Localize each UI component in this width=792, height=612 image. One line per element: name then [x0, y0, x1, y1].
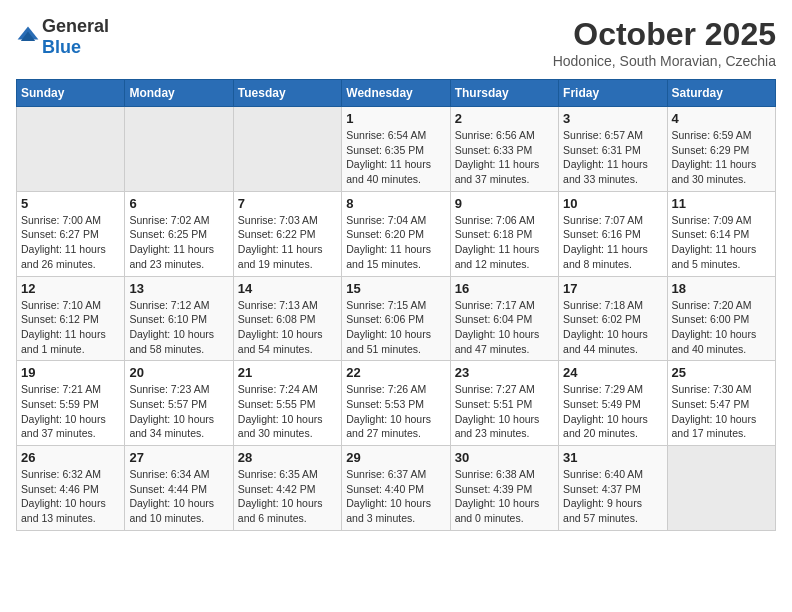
day-number: 15 — [346, 281, 445, 296]
day-info: Sunrise: 7:29 AM Sunset: 5:49 PM Dayligh… — [563, 382, 662, 441]
day-info: Sunrise: 7:07 AM Sunset: 6:16 PM Dayligh… — [563, 213, 662, 272]
day-info: Sunrise: 6:37 AM Sunset: 4:40 PM Dayligh… — [346, 467, 445, 526]
day-number: 19 — [21, 365, 120, 380]
calendar-cell: 6Sunrise: 7:02 AM Sunset: 6:25 PM Daylig… — [125, 191, 233, 276]
day-number: 21 — [238, 365, 337, 380]
calendar-cell: 27Sunrise: 6:34 AM Sunset: 4:44 PM Dayli… — [125, 446, 233, 531]
day-number: 18 — [672, 281, 771, 296]
calendar-body: 1Sunrise: 6:54 AM Sunset: 6:35 PM Daylig… — [17, 107, 776, 531]
day-number: 6 — [129, 196, 228, 211]
calendar-cell: 31Sunrise: 6:40 AM Sunset: 4:37 PM Dayli… — [559, 446, 667, 531]
day-number: 29 — [346, 450, 445, 465]
day-info: Sunrise: 7:24 AM Sunset: 5:55 PM Dayligh… — [238, 382, 337, 441]
day-info: Sunrise: 7:18 AM Sunset: 6:02 PM Dayligh… — [563, 298, 662, 357]
day-info: Sunrise: 7:13 AM Sunset: 6:08 PM Dayligh… — [238, 298, 337, 357]
calendar-cell — [125, 107, 233, 192]
day-number: 22 — [346, 365, 445, 380]
calendar-cell: 18Sunrise: 7:20 AM Sunset: 6:00 PM Dayli… — [667, 276, 775, 361]
calendar-cell: 29Sunrise: 6:37 AM Sunset: 4:40 PM Dayli… — [342, 446, 450, 531]
day-number: 4 — [672, 111, 771, 126]
day-info: Sunrise: 7:27 AM Sunset: 5:51 PM Dayligh… — [455, 382, 554, 441]
calendar-cell: 17Sunrise: 7:18 AM Sunset: 6:02 PM Dayli… — [559, 276, 667, 361]
day-number: 3 — [563, 111, 662, 126]
day-number: 7 — [238, 196, 337, 211]
day-info: Sunrise: 7:23 AM Sunset: 5:57 PM Dayligh… — [129, 382, 228, 441]
logo-blue: Blue — [42, 37, 81, 57]
weekday-row: SundayMondayTuesdayWednesdayThursdayFrid… — [17, 80, 776, 107]
weekday-header: Wednesday — [342, 80, 450, 107]
calendar-cell: 7Sunrise: 7:03 AM Sunset: 6:22 PM Daylig… — [233, 191, 341, 276]
day-info: Sunrise: 6:38 AM Sunset: 4:39 PM Dayligh… — [455, 467, 554, 526]
day-info: Sunrise: 7:20 AM Sunset: 6:00 PM Dayligh… — [672, 298, 771, 357]
calendar-cell: 9Sunrise: 7:06 AM Sunset: 6:18 PM Daylig… — [450, 191, 558, 276]
day-info: Sunrise: 6:56 AM Sunset: 6:33 PM Dayligh… — [455, 128, 554, 187]
calendar-cell — [667, 446, 775, 531]
calendar-week-row: 5Sunrise: 7:00 AM Sunset: 6:27 PM Daylig… — [17, 191, 776, 276]
calendar-cell: 10Sunrise: 7:07 AM Sunset: 6:16 PM Dayli… — [559, 191, 667, 276]
day-info: Sunrise: 7:21 AM Sunset: 5:59 PM Dayligh… — [21, 382, 120, 441]
calendar-cell: 24Sunrise: 7:29 AM Sunset: 5:49 PM Dayli… — [559, 361, 667, 446]
logo-general: General — [42, 16, 109, 36]
day-info: Sunrise: 7:02 AM Sunset: 6:25 PM Dayligh… — [129, 213, 228, 272]
day-number: 9 — [455, 196, 554, 211]
calendar-cell: 8Sunrise: 7:04 AM Sunset: 6:20 PM Daylig… — [342, 191, 450, 276]
calendar-cell — [233, 107, 341, 192]
day-number: 27 — [129, 450, 228, 465]
weekday-header: Monday — [125, 80, 233, 107]
calendar-cell: 20Sunrise: 7:23 AM Sunset: 5:57 PM Dayli… — [125, 361, 233, 446]
calendar-cell: 19Sunrise: 7:21 AM Sunset: 5:59 PM Dayli… — [17, 361, 125, 446]
calendar-cell: 2Sunrise: 6:56 AM Sunset: 6:33 PM Daylig… — [450, 107, 558, 192]
day-number: 30 — [455, 450, 554, 465]
day-info: Sunrise: 7:10 AM Sunset: 6:12 PM Dayligh… — [21, 298, 120, 357]
calendar-cell: 21Sunrise: 7:24 AM Sunset: 5:55 PM Dayli… — [233, 361, 341, 446]
calendar-cell: 22Sunrise: 7:26 AM Sunset: 5:53 PM Dayli… — [342, 361, 450, 446]
day-number: 10 — [563, 196, 662, 211]
calendar-cell: 12Sunrise: 7:10 AM Sunset: 6:12 PM Dayli… — [17, 276, 125, 361]
day-info: Sunrise: 6:54 AM Sunset: 6:35 PM Dayligh… — [346, 128, 445, 187]
day-number: 25 — [672, 365, 771, 380]
day-number: 24 — [563, 365, 662, 380]
calendar-cell: 4Sunrise: 6:59 AM Sunset: 6:29 PM Daylig… — [667, 107, 775, 192]
weekday-header: Friday — [559, 80, 667, 107]
calendar-cell: 25Sunrise: 7:30 AM Sunset: 5:47 PM Dayli… — [667, 361, 775, 446]
day-number: 26 — [21, 450, 120, 465]
calendar-table: SundayMondayTuesdayWednesdayThursdayFrid… — [16, 79, 776, 531]
day-number: 31 — [563, 450, 662, 465]
day-number: 2 — [455, 111, 554, 126]
weekday-header: Tuesday — [233, 80, 341, 107]
calendar-cell: 13Sunrise: 7:12 AM Sunset: 6:10 PM Dayli… — [125, 276, 233, 361]
calendar-cell: 14Sunrise: 7:13 AM Sunset: 6:08 PM Dayli… — [233, 276, 341, 361]
month-title: October 2025 — [553, 16, 776, 53]
day-info: Sunrise: 7:15 AM Sunset: 6:06 PM Dayligh… — [346, 298, 445, 357]
day-number: 11 — [672, 196, 771, 211]
day-number: 1 — [346, 111, 445, 126]
day-info: Sunrise: 7:09 AM Sunset: 6:14 PM Dayligh… — [672, 213, 771, 272]
calendar-week-row: 19Sunrise: 7:21 AM Sunset: 5:59 PM Dayli… — [17, 361, 776, 446]
day-info: Sunrise: 7:03 AM Sunset: 6:22 PM Dayligh… — [238, 213, 337, 272]
logo: General Blue — [16, 16, 109, 58]
calendar-cell: 26Sunrise: 6:32 AM Sunset: 4:46 PM Dayli… — [17, 446, 125, 531]
calendar-cell: 15Sunrise: 7:15 AM Sunset: 6:06 PM Dayli… — [342, 276, 450, 361]
day-number: 17 — [563, 281, 662, 296]
calendar-header: SundayMondayTuesdayWednesdayThursdayFrid… — [17, 80, 776, 107]
weekday-header: Saturday — [667, 80, 775, 107]
day-info: Sunrise: 7:04 AM Sunset: 6:20 PM Dayligh… — [346, 213, 445, 272]
page-header: General Blue October 2025 Hodonice, Sout… — [16, 16, 776, 69]
calendar-cell: 30Sunrise: 6:38 AM Sunset: 4:39 PM Dayli… — [450, 446, 558, 531]
day-info: Sunrise: 6:32 AM Sunset: 4:46 PM Dayligh… — [21, 467, 120, 526]
calendar-week-row: 12Sunrise: 7:10 AM Sunset: 6:12 PM Dayli… — [17, 276, 776, 361]
day-info: Sunrise: 7:00 AM Sunset: 6:27 PM Dayligh… — [21, 213, 120, 272]
day-info: Sunrise: 6:35 AM Sunset: 4:42 PM Dayligh… — [238, 467, 337, 526]
day-info: Sunrise: 6:40 AM Sunset: 4:37 PM Dayligh… — [563, 467, 662, 526]
weekday-header: Sunday — [17, 80, 125, 107]
day-number: 16 — [455, 281, 554, 296]
day-info: Sunrise: 7:17 AM Sunset: 6:04 PM Dayligh… — [455, 298, 554, 357]
day-number: 14 — [238, 281, 337, 296]
calendar-cell: 5Sunrise: 7:00 AM Sunset: 6:27 PM Daylig… — [17, 191, 125, 276]
day-number: 8 — [346, 196, 445, 211]
day-number: 5 — [21, 196, 120, 211]
weekday-header: Thursday — [450, 80, 558, 107]
calendar-week-row: 26Sunrise: 6:32 AM Sunset: 4:46 PM Dayli… — [17, 446, 776, 531]
calendar-cell: 28Sunrise: 6:35 AM Sunset: 4:42 PM Dayli… — [233, 446, 341, 531]
day-info: Sunrise: 6:59 AM Sunset: 6:29 PM Dayligh… — [672, 128, 771, 187]
